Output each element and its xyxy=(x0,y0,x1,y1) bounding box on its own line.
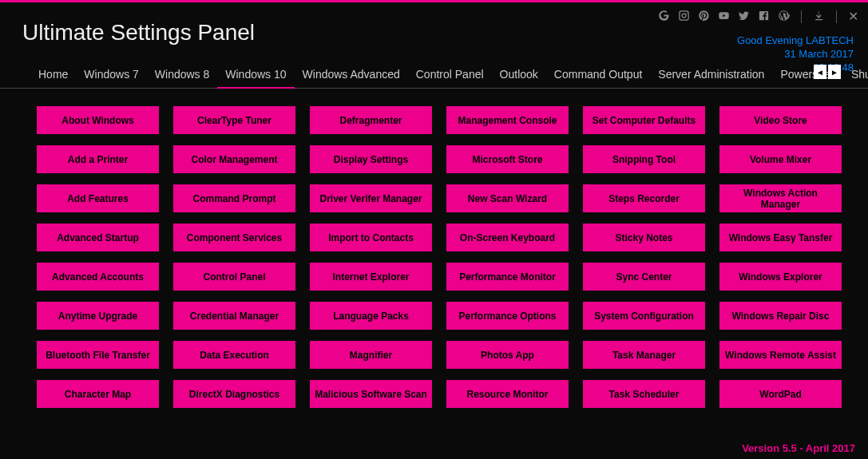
setting-button-credential-manager[interactable]: Credential Manager xyxy=(173,302,295,330)
setting-button-set-computer-defaults[interactable]: Set Computer Defaults xyxy=(583,106,705,134)
tab-home[interactable]: Home xyxy=(30,63,76,89)
setting-button-on-screen-keyboard[interactable]: On-Screen Keyboard xyxy=(446,224,569,251)
greeting-date: 31 March 2017 xyxy=(737,48,854,61)
youtube-icon[interactable] xyxy=(718,10,730,24)
twitter-icon[interactable] xyxy=(738,10,750,24)
setting-button-system-configuration[interactable]: System Configuration xyxy=(583,302,705,330)
tab-scrollers: ◄ ► xyxy=(814,65,841,79)
setting-button-cleartype-tuner[interactable]: ClearType Tuner xyxy=(173,106,295,134)
close-icon[interactable]: ✕ xyxy=(848,9,858,24)
setting-button-about-windows[interactable]: About Windows xyxy=(37,106,159,134)
setting-button-advanced-startup[interactable]: Advanced Startup xyxy=(37,224,159,251)
setting-button-windows-remote-assist[interactable]: Windows Remote Assist xyxy=(719,341,842,369)
setting-button-bluetooth-file-transfer[interactable]: Bluetooth File Transfer xyxy=(37,341,159,369)
setting-button-wordpad[interactable]: WordPad xyxy=(719,380,842,408)
separator xyxy=(801,10,802,23)
setting-button-add-a-printer[interactable]: Add a Printer xyxy=(37,145,159,173)
setting-button-management-console[interactable]: Management Console xyxy=(446,106,569,134)
setting-button-character-map[interactable]: Character Map xyxy=(37,380,159,408)
wordpress-icon[interactable] xyxy=(778,10,790,24)
setting-button-sticky-notes[interactable]: Sticky Notes xyxy=(583,224,705,251)
setting-button-magnifier[interactable]: Magnifier xyxy=(310,341,432,369)
setting-button-performance-monitor[interactable]: Performance Monitor xyxy=(446,263,569,291)
tab-windows-10[interactable]: Windows 10 xyxy=(217,63,294,89)
setting-button-color-management[interactable]: Color Management xyxy=(173,145,295,173)
facebook-icon[interactable] xyxy=(758,10,770,24)
setting-button-snipping-tool[interactable]: Snipping Tool xyxy=(583,145,705,173)
tab-windows-7[interactable]: Windows 7 xyxy=(76,63,146,89)
tab-windows-advanced[interactable]: Windows Advanced xyxy=(295,63,408,89)
setting-button-driver-verifer-manager[interactable]: Driver Verifer Manager xyxy=(310,184,432,212)
setting-button-add-features[interactable]: Add Features xyxy=(37,184,159,212)
setting-button-component-services[interactable]: Component Services xyxy=(173,224,295,251)
footer-version: Version 5.5 - April 2017 xyxy=(742,442,855,454)
setting-button-anytime-upgrade[interactable]: Anytime Upgrade xyxy=(37,302,159,330)
tab-scroll-right[interactable]: ► xyxy=(828,65,841,79)
tab-command-output[interactable]: Command Output xyxy=(546,63,651,89)
tab-outlook[interactable]: Outlook xyxy=(492,63,546,89)
tab-scroll-left[interactable]: ◄ xyxy=(814,65,826,79)
setting-button-display-settings[interactable]: Display Settings xyxy=(310,145,432,173)
setting-button-language-packs[interactable]: Language Packs xyxy=(310,302,432,330)
setting-button-import-to-contacts[interactable]: Import to Contacts xyxy=(310,224,432,251)
setting-button-windows-action-manager[interactable]: Windows Action Manager xyxy=(719,184,842,212)
setting-button-advanced-accounts[interactable]: Advanced Accounts xyxy=(37,263,159,291)
separator xyxy=(836,10,837,23)
setting-button-steps-recorder[interactable]: Steps Recorder xyxy=(583,184,705,212)
setting-button-data-execution[interactable]: Data Execution xyxy=(173,341,295,369)
setting-button-microsoft-store[interactable]: Microsoft Store xyxy=(446,145,569,173)
setting-button-photos-app[interactable]: Photos App xyxy=(446,341,569,369)
setting-button-sync-center[interactable]: Sync Center xyxy=(583,263,705,291)
settings-grid: About WindowsClearType TunerDefragmenter… xyxy=(37,106,836,408)
tab-shutdown-o[interactable]: Shutdown O xyxy=(843,63,868,89)
tab-control-panel[interactable]: Control Panel xyxy=(408,63,492,89)
tabs-row: HomeWindows 7Windows 8Windows 10Windows … xyxy=(0,63,868,89)
tab-windows-8[interactable]: Windows 8 xyxy=(147,63,217,89)
grid-wrap: About WindowsClearType TunerDefragmenter… xyxy=(0,89,868,408)
setting-button-task-manager[interactable]: Task Manager xyxy=(583,341,705,369)
setting-button-resource-monitor[interactable]: Resource Monitor xyxy=(446,380,569,408)
setting-button-directx-diagnostics[interactable]: DirectX Diagnostics xyxy=(173,380,295,408)
titlebar-icons: ✕ xyxy=(658,9,858,24)
setting-button-windows-explorer[interactable]: Windows Explorer xyxy=(719,263,842,291)
setting-button-control-panel[interactable]: Control Panel xyxy=(173,263,295,291)
instagram-icon[interactable] xyxy=(678,10,690,24)
setting-button-performance-options[interactable]: Performance Options xyxy=(446,302,569,330)
tab-server-administration[interactable]: Server Administration xyxy=(650,63,772,89)
setting-button-malicious-software-scan[interactable]: Malicious Software Scan xyxy=(310,380,432,408)
setting-button-windows-easy-tansfer[interactable]: Windows Easy Tansfer xyxy=(719,224,842,251)
setting-button-internet-explorer[interactable]: Internet Explorer xyxy=(310,263,432,291)
setting-button-task-scheduler[interactable]: Task Scheduler xyxy=(583,380,705,408)
download-icon[interactable] xyxy=(813,10,825,24)
setting-button-video-store[interactable]: Video Store xyxy=(719,106,842,134)
google-icon[interactable] xyxy=(658,10,670,24)
setting-button-volume-mixer[interactable]: Volume Mixer xyxy=(719,145,842,173)
setting-button-new-scan-wizard[interactable]: New Scan Wizard xyxy=(446,184,569,212)
greeting-text: Good Evening LABTECH xyxy=(737,34,854,48)
setting-button-defragmenter[interactable]: Defragmenter xyxy=(310,106,432,134)
setting-button-command-prompt[interactable]: Command Prompt xyxy=(173,184,295,212)
setting-button-windows-repair-disc[interactable]: Windows Repair Disc xyxy=(719,302,842,330)
pinterest-icon[interactable] xyxy=(698,10,710,24)
